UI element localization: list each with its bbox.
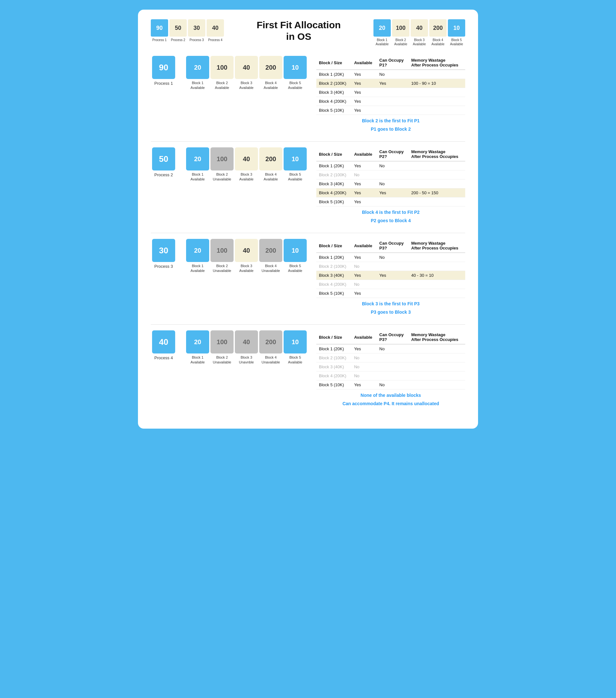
td-0-2-2 <box>377 88 409 97</box>
table-2: Block / SizeAvailableCan Occupy P3?Memor… <box>316 239 465 298</box>
td-0-3-3 <box>409 97 465 106</box>
td-2-1-1: No <box>352 262 377 271</box>
td-3-4-3 <box>409 380 465 389</box>
td-0-4-2 <box>377 106 409 115</box>
th-3-2: Can Occupy P3? <box>377 330 409 344</box>
blocks-row-0: 201004020010 <box>186 56 307 79</box>
td-1-2-3 <box>409 180 465 189</box>
th-0-3: Memory Wastage After Process Occupies <box>409 56 465 70</box>
td-1-3-1: Yes <box>352 189 377 197</box>
mem-block-label-2-3: Block 4Unavailable <box>259 264 282 274</box>
td-0-3-1: Yes <box>352 97 377 106</box>
th-3-3: Memory Wastage After Process Occupies <box>409 330 465 344</box>
td-2-2-1: Yes <box>352 271 377 280</box>
process-box-2: 30 <box>152 239 175 262</box>
mem-block-0-3: 200 <box>259 56 282 79</box>
note-3-1: Can accommodate P4. It remains unallocat… <box>316 401 465 406</box>
table-row-2-1: Block 2 (100K)No <box>316 262 465 271</box>
td-1-0-2: No <box>377 161 409 170</box>
td-2-1-0: Block 2 (100K) <box>316 262 352 271</box>
header-process-label-2: Process 3 <box>188 38 205 42</box>
td-1-4-1: Yes <box>352 197 377 207</box>
td-2-3-2 <box>377 280 409 289</box>
mem-block-label-0-0: Block 1Available <box>186 81 209 90</box>
process-label-2: Process 3 <box>154 264 173 269</box>
td-3-2-3 <box>409 362 465 372</box>
header-blocks: 201004020010 Block 1 AvailableBlock 2 Av… <box>373 19 465 46</box>
table-col-0: Block / SizeAvailableCan Occupy P1?Memor… <box>316 56 465 131</box>
mem-block-1-4: 10 <box>284 148 307 170</box>
mem-block-0-1: 100 <box>211 56 233 79</box>
process-box-0: 90 <box>152 56 175 79</box>
main-card: 90503040 Process 1Process 2Process 3Proc… <box>138 10 478 429</box>
mem-block-label-2-1: Block 2Unavailable <box>211 264 233 274</box>
mem-block-2-1: 100 <box>211 239 233 262</box>
process-col-3: 40Process 4 <box>151 330 176 360</box>
td-0-2-3 <box>409 88 465 97</box>
mem-block-label-2-2: Block 3Available <box>235 264 258 274</box>
mem-block-label-0-4: Block 5Available <box>284 81 307 90</box>
td-2-3-1: No <box>352 280 377 289</box>
th-0-1: Available <box>352 56 377 70</box>
table-row-0-2: Block 3 (40K)Yes <box>316 88 465 97</box>
td-1-4-3 <box>409 197 465 207</box>
main-title: First Fit Allocation in OS <box>257 19 341 42</box>
td-1-1-3 <box>409 170 465 180</box>
mem-block-1-2: 40 <box>235 148 258 170</box>
td-3-2-0: Block 3 (40K) <box>316 362 352 372</box>
td-1-3-2: Yes <box>377 189 409 197</box>
td-0-2-0: Block 3 (40K) <box>316 88 352 97</box>
table-row-2-0: Block 1 (20K)YesNo <box>316 253 465 262</box>
td-3-3-3 <box>409 372 465 380</box>
td-1-3-3: 200 - 50 = 150 <box>409 189 465 197</box>
th-3-0: Block / Size <box>316 330 352 344</box>
blocks-col-2: 201004020010Block 1AvailableBlock 2Unava… <box>186 239 307 274</box>
note-1-0: Block 4 is the first to Fit P2 <box>316 210 465 215</box>
mem-block-3-2: 40 <box>235 330 258 353</box>
mem-block-label-1-4: Block 5Available <box>284 172 307 182</box>
header-block-box-2: 40 <box>411 19 428 37</box>
table-row-3-3: Block 4 (200K)No <box>316 372 465 380</box>
mem-block-label-2-4: Block 5Available <box>284 264 307 274</box>
td-2-0-3 <box>409 253 465 262</box>
table-row-1-4: Block 5 (10K)Yes <box>316 197 465 207</box>
section-inner-0: 90Process 1201004020010Block 1AvailableB… <box>151 56 465 131</box>
table-row-0-4: Block 5 (10K)Yes <box>316 106 465 115</box>
blocks-col-0: 201004020010Block 1AvailableBlock 2Avail… <box>186 56 307 90</box>
td-3-0-1: Yes <box>352 344 377 353</box>
td-0-4-0: Block 5 (10K) <box>316 106 352 115</box>
td-1-1-2 <box>377 170 409 180</box>
note-1-1: P2 goes to Block 4 <box>316 218 465 223</box>
td-0-3-2 <box>377 97 409 106</box>
td-3-0-3 <box>409 344 465 353</box>
section-inner-1: 50Process 2201004020010Block 1AvailableB… <box>151 148 465 223</box>
mem-block-1-0: 20 <box>186 148 209 170</box>
header-process-label-1: Process 2 <box>169 38 187 42</box>
mem-block-label-0-2: Block 3Available <box>235 81 258 90</box>
td-2-4-3 <box>409 289 465 298</box>
mem-block-labels-0: Block 1AvailableBlock 2AvailableBlock 3A… <box>186 81 307 90</box>
th-2-2: Can Occupy P3? <box>377 239 409 253</box>
td-3-1-0: Block 2 (100K) <box>316 353 352 362</box>
table-row-0-1: Block 2 (100K)YesYes100 - 90 = 10 <box>316 79 465 88</box>
td-2-1-3 <box>409 262 465 271</box>
td-3-2-1: No <box>352 362 377 372</box>
td-0-4-1: Yes <box>352 106 377 115</box>
process-label-3: Process 4 <box>154 355 173 360</box>
header-process-label-3: Process 4 <box>206 38 224 42</box>
mem-block-1-1: 100 <box>211 148 233 170</box>
td-3-3-0: Block 4 (200K) <box>316 372 352 380</box>
note-2-0: Block 3 is the first to Fit P3 <box>316 301 465 306</box>
header-block-row: 201004020010 <box>373 19 465 37</box>
table-row-3-4: Block 5 (10K)YesNo <box>316 380 465 389</box>
note-3-0: None of the available blocks <box>316 393 465 398</box>
td-2-0-2: No <box>377 253 409 262</box>
table-col-1: Block / SizeAvailableCan Occupy P2?Memor… <box>316 148 465 223</box>
td-1-1-0: Block 2 (100K) <box>316 170 352 180</box>
mem-block-label-1-1: Block 2Unavailable <box>211 172 233 182</box>
th-1-1: Available <box>352 148 377 161</box>
mem-block-label-3-0: Block 1Available <box>186 355 209 365</box>
process-col-2: 30Process 3 <box>151 239 176 269</box>
td-0-4-3 <box>409 106 465 115</box>
td-3-3-2 <box>377 372 409 380</box>
